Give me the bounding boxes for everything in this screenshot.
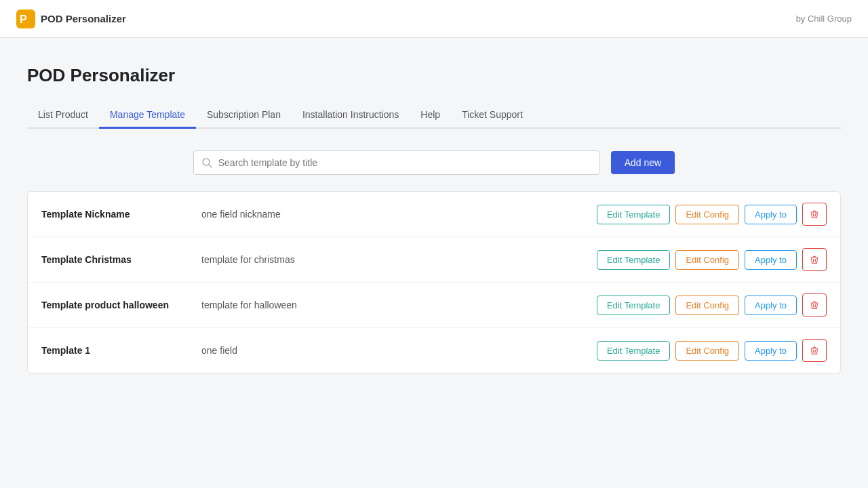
search-input[interactable] xyxy=(193,150,600,175)
toolbar: Add new xyxy=(27,150,841,175)
row-actions: Edit Template Edit Config Apply to xyxy=(597,248,827,271)
add-new-button[interactable]: Add new xyxy=(611,151,675,174)
edit-config-button[interactable]: Edit Config xyxy=(675,250,739,270)
template-name: Template product halloween xyxy=(41,300,191,310)
search-wrapper xyxy=(193,150,600,175)
edit-template-button[interactable]: Edit Template xyxy=(597,250,671,270)
template-name: Template Nickname xyxy=(41,209,191,220)
row-actions: Edit Template Edit Config Apply to xyxy=(597,203,827,226)
svg-rect-9 xyxy=(813,256,816,257)
edit-template-button[interactable]: Edit Template xyxy=(597,341,671,361)
apply-to-button[interactable]: Apply to xyxy=(745,205,797,224)
svg-rect-17 xyxy=(813,347,816,348)
search-icon xyxy=(201,157,212,168)
app-logo: P xyxy=(16,9,35,28)
delete-button[interactable] xyxy=(802,248,827,271)
page-title: POD Personalizer xyxy=(27,65,841,86)
trash-icon xyxy=(810,209,819,220)
delete-button[interactable] xyxy=(802,293,827,317)
table-row: Template Christmas template for christma… xyxy=(28,237,840,283)
trash-icon xyxy=(810,345,819,356)
brand: P POD Personalizer xyxy=(16,9,126,28)
svg-rect-13 xyxy=(813,302,816,302)
app-name: POD Personalizer xyxy=(41,13,126,24)
apply-to-button[interactable]: Apply to xyxy=(745,296,797,315)
row-actions: Edit Template Edit Config Apply to xyxy=(597,293,827,317)
main-content: POD Personalizer List Product Manage Tem… xyxy=(0,38,868,373)
table-row: Template product halloween template for … xyxy=(28,283,840,328)
template-description: one field nickname xyxy=(201,209,586,220)
svg-line-3 xyxy=(209,165,212,167)
apply-to-button[interactable]: Apply to xyxy=(745,341,797,361)
tab-manage-template[interactable]: Manage Template xyxy=(99,102,196,129)
svg-rect-16 xyxy=(811,348,818,349)
trash-icon xyxy=(810,300,819,310)
template-description: template for halloween xyxy=(201,300,586,310)
navbar: P POD Personalizer by Chill Group xyxy=(0,0,868,38)
template-description: template for christmas xyxy=(201,254,586,265)
template-table: Template Nickname one field nickname Edi… xyxy=(27,191,841,373)
tab-help[interactable]: Help xyxy=(410,102,451,129)
edit-config-button[interactable]: Edit Config xyxy=(675,205,739,224)
svg-rect-12 xyxy=(811,303,818,304)
edit-config-button[interactable]: Edit Config xyxy=(675,341,739,361)
delete-button[interactable] xyxy=(802,203,827,226)
svg-rect-5 xyxy=(813,211,816,211)
trash-icon xyxy=(810,254,819,265)
edit-template-button[interactable]: Edit Template xyxy=(597,205,671,224)
edit-config-button[interactable]: Edit Config xyxy=(675,296,739,315)
tab-installation-instructions[interactable]: Installation Instructions xyxy=(292,102,410,129)
tab-list-product[interactable]: List Product xyxy=(27,102,99,129)
template-name: Template Christmas xyxy=(41,254,191,265)
svg-rect-4 xyxy=(811,212,818,213)
tabs-nav: List Product Manage Template Subscriptio… xyxy=(27,102,841,129)
credit-text: by Chill Group xyxy=(796,14,852,24)
svg-rect-8 xyxy=(811,258,818,258)
table-row: Template 1 one field Edit Template Edit … xyxy=(28,328,840,373)
tab-ticket-support[interactable]: Ticket Support xyxy=(451,102,534,129)
delete-button[interactable] xyxy=(802,339,827,362)
edit-template-button[interactable]: Edit Template xyxy=(597,296,671,315)
tab-subscription-plan[interactable]: Subscription Plan xyxy=(196,102,292,129)
template-description: one field xyxy=(201,345,586,356)
apply-to-button[interactable]: Apply to xyxy=(745,250,797,270)
row-actions: Edit Template Edit Config Apply to xyxy=(597,339,827,362)
template-name: Template 1 xyxy=(41,345,191,356)
table-row: Template Nickname one field nickname Edi… xyxy=(28,192,840,237)
svg-text:P: P xyxy=(20,14,27,25)
